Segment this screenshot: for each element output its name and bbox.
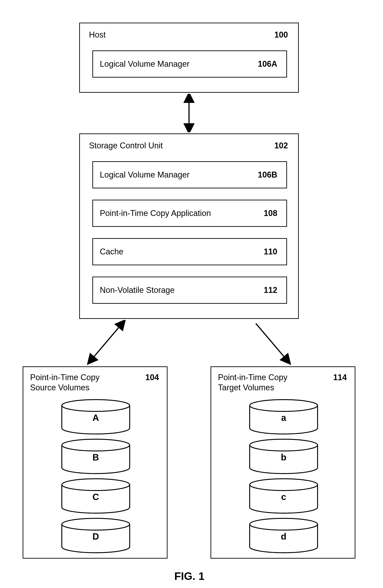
cyl-target-a: a: [248, 399, 320, 435]
cyl-source-d: D: [60, 517, 132, 554]
cyl-source-c: C: [60, 478, 132, 514]
svg-point-7: [250, 399, 317, 411]
scu-cache-ref: 110: [264, 247, 277, 256]
svg-point-3: [62, 399, 130, 411]
svg-point-10: [250, 518, 317, 530]
cyl-target-c: c: [248, 478, 320, 514]
scu-cache-box: Cache 110: [92, 238, 287, 265]
cyl-source-b: B: [60, 438, 132, 474]
svg-line-1: [90, 323, 122, 361]
host-box: Host 100 Logical Volume Manager 106A: [79, 23, 299, 93]
scu-lvm-box: Logical Volume Manager 106B: [92, 161, 287, 189]
svg-point-6: [62, 518, 130, 530]
source-box: Point-in-Time Copy Source Volumes 104 A …: [23, 366, 167, 559]
svg-point-8: [250, 439, 317, 451]
host-lvm-title: Logical Volume Manager: [100, 59, 189, 69]
cyl-label: C: [60, 492, 132, 502]
scu-pitc-box: Point-in-Time Copy Application 108: [92, 200, 287, 227]
scu-lvm-title: Logical Volume Manager: [100, 170, 189, 180]
scu-title: Storage Control Unit: [89, 141, 163, 150]
source-title-l1: Point-in-Time Copy: [30, 373, 100, 382]
cyl-label: c: [248, 492, 320, 502]
cyl-target-b: b: [248, 438, 320, 474]
svg-point-4: [62, 439, 130, 451]
target-box: Point-in-Time Copy Target Volumes 114 a …: [210, 366, 355, 559]
svg-point-5: [62, 479, 130, 490]
scu-pitc-ref: 108: [264, 209, 277, 218]
host-lvm-box: Logical Volume Manager 106A: [92, 50, 287, 78]
target-title-l2: Target Volumes: [218, 383, 274, 392]
scu-pitc-title: Point-in-Time Copy Application: [100, 209, 211, 218]
cyl-target-d: d: [248, 517, 320, 554]
cyl-label: a: [248, 413, 320, 423]
svg-point-9: [250, 479, 317, 490]
cyl-label: d: [248, 531, 320, 542]
cyl-source-a: A: [60, 399, 132, 435]
arrow-host-scu: [183, 94, 195, 132]
source-title-l2: Source Volumes: [30, 383, 90, 392]
cyl-label: D: [60, 531, 132, 542]
scu-box: Storage Control Unit 102 Logical Volume …: [79, 133, 299, 319]
scu-cache-title: Cache: [100, 247, 123, 256]
arrow-scu-target: [249, 320, 294, 365]
host-title: Host: [89, 30, 106, 40]
figure-1: Host 100 Logical Volume Manager 106A Sto…: [0, 0, 383, 588]
figure-label: FIG. 1: [174, 570, 204, 582]
scu-ref: 102: [274, 141, 288, 150]
svg-line-2: [256, 323, 288, 361]
arrow-scu-source: [84, 320, 129, 365]
target-ref: 114: [333, 373, 347, 382]
scu-lvm-ref: 106B: [258, 170, 277, 180]
cyl-label: b: [248, 452, 320, 462]
host-lvm-ref: 106A: [258, 59, 277, 69]
scu-nvs-ref: 112: [264, 285, 277, 295]
host-ref: 100: [274, 30, 288, 40]
scu-nvs-box: Non-Volatile Storage 112: [92, 277, 287, 304]
source-ref: 104: [145, 373, 159, 382]
scu-nvs-title: Non-Volatile Storage: [100, 285, 175, 295]
cyl-label: B: [60, 452, 132, 462]
target-title-l1: Point-in-Time Copy: [218, 373, 288, 382]
cyl-label: A: [60, 413, 132, 423]
